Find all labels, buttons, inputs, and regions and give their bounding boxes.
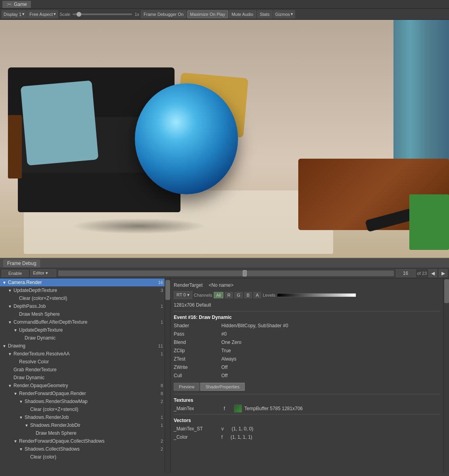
tree-item[interactable]: Resolve Color [0, 358, 170, 366]
frame-slider-thumb[interactable] [243, 270, 247, 276]
tree-item[interactable]: Grab RenderTexture [0, 366, 170, 374]
game-title-bar: 🎮 Game [0, 0, 449, 9]
enable-button[interactable]: Enable [2, 270, 29, 277]
channel-b-btn[interactable]: B [244, 292, 252, 298]
tree-item[interactable]: Clear (color+Z+stencil) [0, 405, 170, 413]
tree-arrow-icon: ▼ [2, 344, 7, 348]
tree-item[interactable]: ▼Shadows.CollectShadows2 [0, 445, 170, 453]
tree-item-count: 1 [161, 351, 163, 356]
event-title: Event #16: Draw Dynamic [174, 315, 232, 320]
ztest-value: Always [221, 355, 440, 363]
tree-arrow-icon: ▼ [8, 352, 13, 356]
scrollbar-thumb[interactable] [444, 279, 449, 303]
tree-arrow-icon: ▼ [13, 392, 18, 396]
frame-slider[interactable] [58, 270, 394, 276]
tree-item[interactable]: ▼UpdateDepthTexture [0, 326, 170, 334]
tree-item[interactable]: Draw Dynamic [0, 374, 170, 382]
detail-panel-wrap: RenderTarget <No name> RT 0 ▾ Channels A… [171, 278, 449, 473]
tree-item-count: 1 [161, 415, 163, 420]
tree-item-count: 8 [161, 391, 163, 396]
chevron-down-icon: ▾ [22, 12, 25, 17]
tree-item[interactable]: ▼UpdateDepthTexture3 [0, 286, 170, 294]
display-dropdown[interactable]: Display 1 ▾ [2, 10, 27, 18]
display-label: Display 1 [4, 12, 21, 17]
tree-item-label: Shadows.RenderShadowMap [25, 399, 88, 404]
preview-button[interactable]: Preview [174, 383, 200, 391]
tree-scrollbar[interactable] [165, 278, 170, 473]
mute-audio-btn[interactable]: Mute Audio [229, 10, 256, 18]
rt-option-label: RT 0 [177, 292, 186, 297]
scale-slider-thumb[interactable] [77, 12, 81, 17]
color-value: (1, 1, 1, 1) [230, 434, 252, 440]
tree-arrow-icon: ▼ [8, 304, 13, 309]
tree-item-label: RenderForwardOpaque.CollectShadows [19, 438, 104, 444]
tree-item[interactable]: ▼Camera.Render16 [0, 278, 170, 286]
tree-item[interactable]: Clear (color+Z+stencil) [0, 294, 170, 302]
divider3 [174, 414, 440, 415]
aspect-label: Free Aspect [29, 12, 53, 17]
aspect-dropdown[interactable]: Free Aspect ▾ [27, 10, 58, 18]
tree-item[interactable]: Draw Mesh Sphere [0, 429, 170, 437]
tree-item[interactable]: Clear (color) [0, 453, 170, 461]
tree-item-label: Grab RenderTexture [13, 367, 57, 372]
tree-item-count: 2 [161, 447, 163, 451]
levels-track[interactable] [277, 293, 356, 297]
green-box [409, 194, 449, 250]
shader-value: Hidden/BlitCopy, SubShader #0 [221, 322, 440, 330]
tree-item-label: Clear (color+Z+stencil) [19, 296, 67, 301]
scale-slider-track[interactable] [73, 13, 132, 15]
tree-panel: ▼Camera.Render16▼UpdateDepthTexture3Clea… [0, 278, 171, 473]
frame-debug-title-bar: Frame Debug [0, 259, 449, 268]
tree-item[interactable]: ▼Shadows.RenderJob1 [0, 413, 170, 421]
right-scrollbar[interactable] [443, 278, 449, 473]
channel-g-btn[interactable]: G [234, 292, 243, 298]
tree-item[interactable]: Draw Mesh Sphere [0, 310, 170, 318]
tree-arrow-icon: ▼ [19, 447, 24, 451]
tree-item[interactable]: ▼CommandBuffer.AfterDepthTexture1 [0, 318, 170, 326]
frame-number-input[interactable] [396, 269, 416, 277]
game-tab[interactable]: 🎮 Game [2, 1, 31, 8]
maximize-on-play-btn[interactable]: Maximize On Play [187, 10, 228, 18]
tree-item[interactable]: ▼RenderForwardOpaque.CollectShadows2 [0, 437, 170, 445]
frame-debug-tab[interactable]: Frame Debug [3, 259, 40, 267]
main-tex-st-type: v [221, 426, 224, 432]
tree-scrollbar-thumb[interactable] [165, 280, 170, 300]
channel-all-btn[interactable]: All [214, 292, 223, 298]
tree-item-label: UpdateDepthTexture [13, 288, 57, 293]
of-total-label: of 23 [417, 271, 427, 276]
frame-debugger-btn[interactable]: Frame Debugger On [141, 10, 186, 18]
prev-frame-button[interactable]: ◀ [428, 269, 437, 277]
stats-btn[interactable]: Stats [257, 10, 272, 18]
resolution-row: 1281x706 Default [174, 301, 440, 309]
next-frame-button[interactable]: ▶ [439, 269, 447, 277]
tree-item[interactable]: ▼DepthPass.Job1 [0, 302, 170, 310]
tree-item[interactable]: ▼Shadows.RenderShadowMap2 [0, 397, 170, 405]
tree-item-label: Draw Dynamic [25, 335, 56, 341]
texture-thumbnail [234, 405, 242, 413]
channel-a-btn[interactable]: A [253, 292, 261, 298]
tree-item[interactable]: Draw Dynamic [0, 334, 170, 342]
tree-item[interactable]: ▼RenderForwardOpaque.Render8 [0, 390, 170, 397]
channel-r-btn[interactable]: R [225, 292, 233, 298]
editor-dropdown[interactable]: Editor ▾ [30, 269, 56, 277]
rt-dropdown[interactable]: RT 0 ▾ [174, 291, 192, 299]
tree-item[interactable]: ▼Drawing11 [0, 342, 170, 350]
couch-arm-left [8, 115, 22, 178]
zclip-label: ZClip [174, 347, 221, 355]
tree-item[interactable]: ▼RenderTexture.ResolveAA1 [0, 350, 170, 358]
tree-item-label: CommandBuffer.AfterDepthTexture [13, 319, 88, 325]
event-title-row: Event #16: Draw Dynamic [174, 313, 440, 322]
tree-item-count: 1 [161, 423, 163, 428]
main-tex-st-value: (1, 1, 0, 0) [232, 426, 253, 432]
frame-debug-panel: Frame Debug Enable Editor ▾ of 23 ◀ ▶ ▼C… [0, 258, 449, 473]
room-background [0, 20, 449, 258]
gizmos-dropdown[interactable]: Gizmos ▾ [273, 10, 295, 18]
tree-item-label: Shadows.RenderJob [25, 415, 69, 420]
tree-item-count: 8 [161, 383, 163, 388]
shader-properties-button[interactable]: ShaderProperties [200, 383, 245, 391]
detail-panel: RenderTarget <No name> RT 0 ▾ Channels A… [171, 278, 443, 473]
tree-item-label: UpdateDepthTexture [19, 327, 63, 333]
tree-item[interactable]: ▼Shadows.RenderJobDir1 [0, 421, 170, 429]
tree-item[interactable]: ▼Render.OpaqueGeometry8 [0, 382, 170, 390]
main-tex-row: _MainTex f TempBuffer 5785 1281x706 [174, 405, 440, 413]
